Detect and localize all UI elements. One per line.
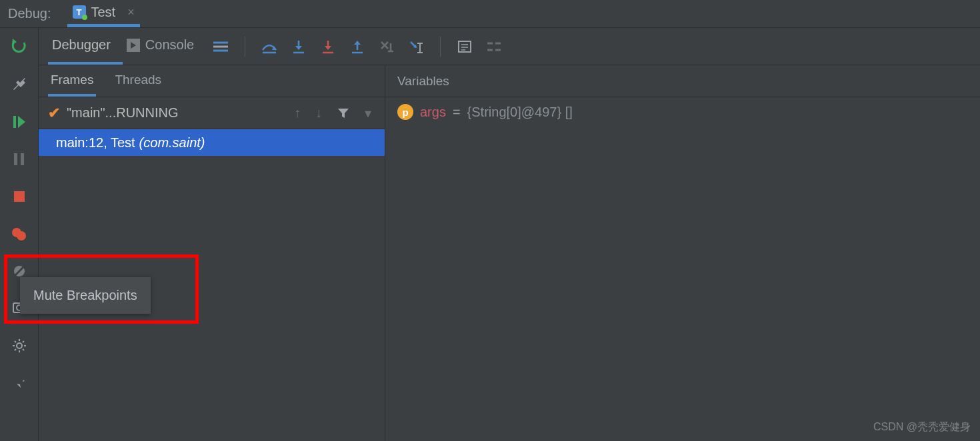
rerun-button[interactable] <box>9 37 29 57</box>
svg-point-5 <box>17 231 26 240</box>
next-frame-icon[interactable]: ↓ <box>311 105 326 121</box>
drop-frame-button[interactable] <box>376 36 397 57</box>
view-breakpoints-button[interactable] <box>9 224 29 244</box>
run-config-name: Test <box>91 5 116 20</box>
run-config-tab[interactable]: T Test × <box>67 0 140 27</box>
step-out-button[interactable] <box>347 36 368 57</box>
stack-package: (com.saint) <box>139 135 205 151</box>
variable-name: args <box>420 105 446 120</box>
close-tab-icon[interactable]: × <box>127 5 135 19</box>
thread-name: "main"...RUNNING <box>67 105 283 121</box>
parameter-badge-icon: p <box>397 104 413 120</box>
svg-point-10 <box>17 343 22 348</box>
equals-sign: = <box>453 105 461 120</box>
threads-tab[interactable]: Threads <box>112 65 164 97</box>
modify-run-config-button[interactable] <box>9 75 29 95</box>
debug-label: Debug: <box>8 6 51 21</box>
debugger-tab[interactable]: Debugger <box>48 28 123 65</box>
variable-value: {String[0]@497} [] <box>467 105 573 120</box>
variables-panel: Variables p args = {String[0]@497} [] <box>385 65 980 441</box>
svg-rect-0 <box>13 116 16 128</box>
check-icon: ✔ <box>48 105 60 122</box>
stack-location: main:12, Test <box>56 135 135 151</box>
frames-tab[interactable]: Frames <box>48 65 96 97</box>
stop-button[interactable] <box>9 187 29 207</box>
variables-header: Variables <box>385 65 980 97</box>
step-into-button[interactable] <box>288 36 309 57</box>
svg-rect-1 <box>14 153 17 165</box>
titlebar: Debug: T Test × <box>0 0 980 28</box>
variable-row[interactable]: p args = {String[0]@497} [] <box>385 97 980 127</box>
trace-current-stream-button[interactable] <box>483 36 505 57</box>
filter-icon[interactable] <box>333 107 354 119</box>
settings-button[interactable] <box>9 336 29 356</box>
pin-tab-button[interactable] <box>9 373 29 393</box>
evaluate-expression-button[interactable] <box>454 36 475 57</box>
svg-rect-3 <box>14 191 25 202</box>
debugger-toolbar: Debugger Console <box>39 28 980 65</box>
console-tab[interactable]: Console <box>123 28 206 65</box>
prev-frame-icon[interactable]: ↑ <box>290 105 305 121</box>
toolbar-separator <box>245 37 245 57</box>
running-indicator-dot <box>82 15 87 20</box>
resume-program-button[interactable] <box>9 112 29 132</box>
thread-selector-row[interactable]: ✔ "main"...RUNNING ↑ ↓ ▾ <box>39 97 385 129</box>
force-step-into-button[interactable] <box>317 36 339 57</box>
frames-panel: Frames Threads ✔ "main"...RUNNING ↑ ↓ ▾ … <box>39 65 385 441</box>
tooltip: Mute Breakpoints <box>20 277 151 314</box>
step-over-button[interactable] <box>259 36 280 57</box>
svg-rect-2 <box>21 153 24 165</box>
stack-frame-row[interactable]: main:12, Test (com.saint) <box>39 129 385 156</box>
pause-program-button[interactable] <box>9 149 29 169</box>
run-to-cursor-button[interactable] <box>405 36 427 57</box>
watermark: CSDN @秃秃爱健身 <box>873 420 971 434</box>
console-icon <box>127 39 140 52</box>
test-file-icon: T <box>73 5 86 19</box>
threads-view-icon[interactable] <box>210 36 231 57</box>
debug-side-toolbar <box>0 28 39 441</box>
toolbar-separator <box>440 37 441 57</box>
dropdown-icon[interactable]: ▾ <box>361 105 375 121</box>
